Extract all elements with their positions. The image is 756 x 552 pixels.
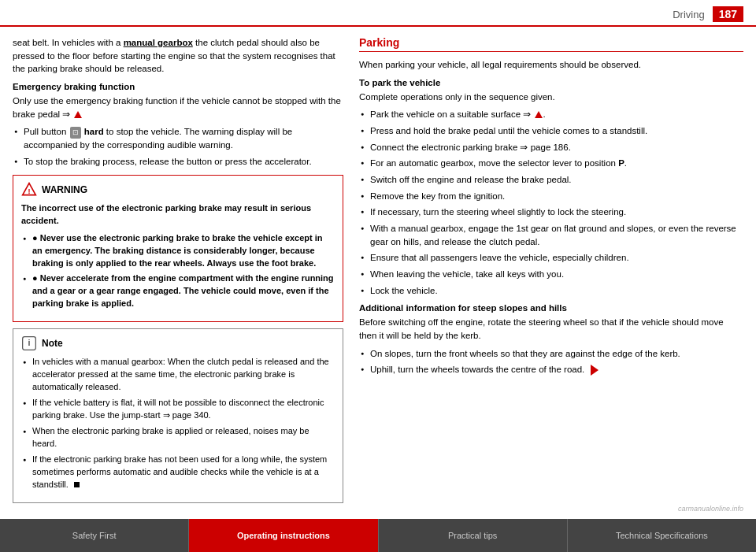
to-park-heading: To park the vehicle	[359, 78, 743, 87]
warning-bullets: ● Never use the electronic parking brake…	[21, 232, 335, 311]
page-number: 187	[713, 6, 743, 22]
page-header: Driving 187	[0, 0, 756, 27]
emergency-text: Only use the emergency braking function …	[13, 94, 343, 120]
park-bullet: Remove the key from the ignition.	[359, 190, 743, 203]
footer-item-safety[interactable]: Safety First	[0, 519, 189, 552]
park-bullet: If necessary, turn the steering wheel sl…	[359, 206, 743, 219]
park-bullet: For an automatic gearbox, move the selec…	[359, 157, 743, 170]
note-header: i Note	[21, 335, 335, 351]
note-bullet: In vehicles with a manual gearbox: When …	[21, 356, 335, 394]
note-info-icon: i	[21, 335, 37, 351]
warning-triangle-icon: !	[21, 182, 37, 198]
note-bullet: If the electronic parking brake has not …	[21, 454, 335, 491]
park-bullet: Switch off the engine and release the br…	[359, 173, 743, 187]
main-content: seat belt. In vehicles with a manual gea…	[0, 27, 756, 491]
warning-bullet: ● Never accelerate from the engine compa…	[21, 272, 335, 310]
right-column: Parking When parking your vehicle, all l…	[359, 36, 743, 491]
park-bullet: Connect the electronic parking brake ⇒ p…	[359, 141, 743, 154]
footer-item-technical[interactable]: Technical Specifications	[568, 519, 756, 552]
note-bullets: In vehicles with a manual gearbox: When …	[21, 356, 335, 491]
bullet-item: To stop the braking process, release the…	[13, 155, 343, 169]
footer-item-operating[interactable]: Operating instructions	[189, 519, 378, 552]
additional-text: Before switching off the engine, rotate …	[359, 316, 743, 342]
park-bullet: When leaving the vehicle, take all keys …	[359, 268, 743, 281]
park-bullet: Lock the vehicle.	[359, 284, 743, 298]
footer-nav: Safety First Operating instructions Prac…	[0, 519, 756, 552]
warning-header: ! WARNING	[21, 182, 335, 198]
bullet-item: Pull button ⊡ hard to stop the vehicle. …	[13, 125, 343, 152]
note-bullet: If the vehicle battery is flat, it will …	[21, 397, 335, 422]
warning-title: WARNING	[42, 184, 87, 195]
park-bullet: Press and hold the brake pedal until the…	[359, 124, 743, 138]
slope-bullets: On slopes, turn the front wheels so that…	[359, 347, 743, 376]
warning-bullet: ● Never use the electronic parking brake…	[21, 232, 335, 270]
park-bullet: Park the vehicle on a suitable surface ⇒…	[359, 108, 743, 121]
note-bullet: When the electronic parking brake is app…	[21, 425, 335, 450]
footer-label-safety: Safety First	[72, 531, 117, 540]
note-box: i Note In vehicles with a manual gearbox…	[13, 328, 343, 502]
park-bullet: Ensure that all passengers leave the veh…	[359, 251, 743, 265]
svg-text:!: !	[28, 187, 30, 195]
footer-label-technical: Technical Specifications	[616, 531, 708, 540]
warning-text1: The incorrect use of the electronic park…	[21, 202, 335, 228]
emergency-bullets: Pull button ⊡ hard to stop the vehicle. …	[13, 125, 343, 168]
footer-item-practical[interactable]: Practical tips	[379, 519, 568, 552]
park-bullet: With a manual gearbox, engage the 1st ge…	[359, 222, 743, 248]
footer-label-operating: Operating instructions	[237, 531, 330, 540]
svg-text:i: i	[28, 339, 30, 348]
slope-bullet: Uphill, turn the wheels towards the cent…	[359, 363, 743, 376]
intro-paragraph: seat belt. In vehicles with a manual gea…	[13, 36, 343, 76]
note-title: Note	[42, 338, 63, 349]
parking-heading: Parking	[359, 36, 743, 52]
chapter-title: Driving	[673, 9, 704, 20]
parking-intro: When parking your vehicle, all legal req…	[359, 58, 743, 72]
watermark: carmanualonline.info	[678, 505, 743, 513]
left-column: seat belt. In vehicles with a manual gea…	[13, 36, 343, 491]
warning-box: ! WARNING The incorrect use of the elect…	[13, 175, 343, 323]
emergency-heading: Emergency braking function	[13, 82, 343, 91]
footer-label-practical: Practical tips	[448, 531, 497, 540]
slope-bullet: On slopes, turn the front wheels so that…	[359, 347, 743, 361]
additional-heading: Additional information for steep slopes …	[359, 303, 743, 313]
park-bullets: Park the vehicle on a suitable surface ⇒…	[359, 108, 743, 297]
to-park-intro: Complete operations only in the sequence…	[359, 91, 743, 104]
